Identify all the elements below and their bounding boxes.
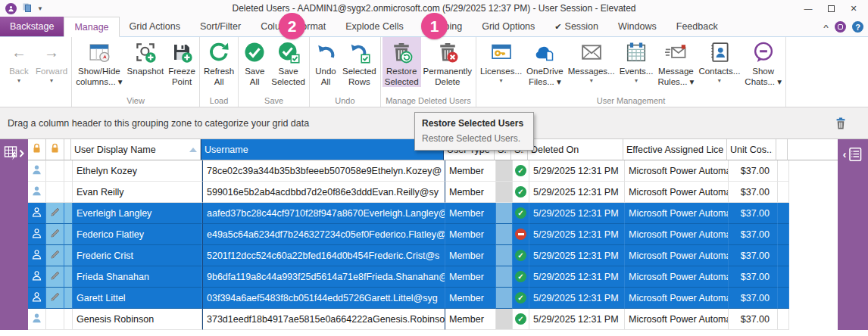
message-rules--button[interactable]: MessageRules... ▾	[655, 37, 696, 87]
forward-button[interactable]: →Forward▾	[33, 37, 70, 84]
cell-unit-cost[interactable]: $37.00	[729, 203, 778, 224]
table-row[interactable]: Evan Reilly599016e5b2ab4acdbbd7d2e0f86e3…	[28, 182, 838, 203]
cell-user-type[interactable]: Member	[445, 224, 496, 245]
cell-user-type[interactable]: Member	[445, 245, 496, 266]
licenses--button[interactable]: Licenses...▾	[478, 37, 524, 84]
tab-sort-filter[interactable]: Sort/Filter	[190, 17, 251, 36]
table-row[interactable]: Everleigh Langleyaafed37bc28c44cf9710f28…	[28, 203, 838, 224]
cell-row-icon[interactable]	[28, 266, 46, 288]
grid-tools-panel[interactable]	[0, 139, 28, 330]
cell-s1[interactable]	[496, 309, 513, 330]
cell-row-icon[interactable]	[28, 182, 46, 203]
table-row[interactable]: Frieda Shanahan9b6dfa119a8c44a993f25d561…	[28, 266, 838, 288]
cell-s1[interactable]	[496, 288, 513, 309]
cell-unit-cost[interactable]: $37.00	[729, 309, 778, 330]
cell-s2[interactable]: ✓	[513, 288, 529, 309]
cell-username[interactable]: 5201f12dcc524c60a22bfed164d0b454Frederic…	[202, 245, 445, 266]
cell-username[interactable]: e49a5c64a6234df7b246327234c05ef0Federico…	[202, 224, 445, 245]
pencil-icon[interactable]	[49, 248, 61, 263]
cell-user-type[interactable]: Member	[445, 266, 496, 288]
cell-s1[interactable]	[496, 160, 513, 182]
cell-ext[interactable]	[789, 266, 838, 288]
cell-display-name[interactable]: Frieda Shanahan	[73, 266, 202, 288]
pencil-icon[interactable]	[49, 227, 61, 241]
cell-display-name[interactable]: Frederic Crist	[73, 245, 202, 266]
column-header-sliver[interactable]: :	[64, 139, 71, 160]
cell-s2[interactable]: ✓	[513, 245, 529, 266]
cell-row-icon[interactable]	[28, 288, 46, 309]
cell-display-name[interactable]: Everleigh Langley	[73, 203, 202, 224]
column-header-license[interactable]: Effective Assigned Licen...	[623, 139, 727, 160]
cell-deleted-on[interactable]: 5/29/2025 12:31 PM	[529, 288, 625, 309]
pencil-icon[interactable]	[49, 206, 61, 220]
maximize-button[interactable]	[820, 1, 842, 16]
cell-row-icon[interactable]	[28, 245, 46, 266]
back-button[interactable]: ←Back▾	[5, 37, 33, 84]
cell-unit-cost[interactable]: $37.00	[729, 160, 778, 182]
cell-unit-cost[interactable]: $37.00	[729, 266, 778, 288]
panel-expand-chevron-icon[interactable]: ‹	[843, 148, 847, 160]
cell-row-icon[interactable]	[28, 160, 46, 182]
column-header-username[interactable]: Username	[201, 139, 444, 160]
cell-s2[interactable]: ✓	[513, 266, 529, 288]
cell-display-name[interactable]: Evan Reilly	[73, 182, 202, 203]
cell-ext[interactable]	[789, 224, 838, 245]
cell-deleted-on[interactable]: 5/29/2025 12:31 PM	[529, 224, 625, 245]
tab-windows[interactable]: Windows	[608, 17, 667, 36]
cell-sliver[interactable]	[64, 160, 73, 182]
cell-s2[interactable]	[513, 224, 529, 245]
cell-deleted-on[interactable]: 5/29/2025 12:31 PM	[529, 182, 625, 203]
cell-sliver[interactable]	[64, 245, 73, 266]
table-row[interactable]: Garett Littel03f394a6aef5483f8cb051f44ed…	[28, 288, 838, 309]
cell-row-edit[interactable]	[46, 288, 64, 309]
cell-s2[interactable]: ✓	[513, 182, 529, 203]
cell-license[interactable]: Microsoft Power Automat	[625, 309, 729, 330]
column-header-unit-cost[interactable]: Unit Cos...	[727, 139, 776, 160]
cell-sliver[interactable]	[64, 266, 73, 288]
cell-username[interactable]: 78ce02c39a344b35b3bfeeeb507058e9Ethelyn.…	[202, 160, 445, 182]
cell-s1[interactable]	[496, 203, 513, 224]
column-header-row-edit[interactable]	[46, 139, 64, 160]
snapshot-button[interactable]: Snapshot	[125, 37, 167, 77]
cell-display-name[interactable]: Ethelyn Kozey	[73, 160, 202, 182]
cell-deleted-on[interactable]: 5/29/2025 12:31 PM	[529, 203, 625, 224]
app-logo-icon[interactable]	[5, 3, 17, 14]
cell-license[interactable]: Microsoft Power Automat	[625, 288, 729, 309]
cell-user-type[interactable]: Member	[445, 160, 496, 182]
cell-unit-cost[interactable]: $37.00	[729, 288, 778, 309]
selected-rows-button[interactable]: SelectedRows	[340, 37, 379, 87]
cell-username[interactable]: 9b6dfa119a8c44a993f25d5614a71e8fFrieda.S…	[202, 266, 445, 288]
column-header-ext[interactable]	[788, 139, 838, 160]
pencil-icon[interactable]	[49, 269, 61, 284]
cell-s1[interactable]	[496, 182, 513, 203]
column-header-filler[interactable]	[776, 139, 788, 160]
column-header-deleted-on[interactable]: Deleted On	[528, 139, 623, 160]
permanently-delete-button[interactable]: PermanentlyDelete	[421, 37, 475, 87]
cell-filler[interactable]	[778, 288, 789, 309]
cell-display-name[interactable]: Garett Littel	[73, 288, 202, 309]
cell-user-type[interactable]: Member	[445, 182, 496, 203]
cell-license[interactable]: Microsoft Power Automat	[625, 266, 729, 288]
cell-sliver[interactable]	[64, 203, 73, 224]
cell-filler[interactable]	[778, 266, 789, 288]
tab-backstage[interactable]: Backstage	[0, 17, 64, 36]
cell-deleted-on[interactable]: 5/29/2025 12:31 PM	[529, 160, 625, 182]
help-icon[interactable]: ?	[852, 21, 863, 33]
cell-user-type[interactable]: Member	[445, 288, 496, 309]
cell-deleted-on[interactable]: 5/29/2025 12:31 PM	[529, 309, 625, 330]
cell-ext[interactable]	[789, 182, 838, 203]
contacts--button[interactable]: Contacts...▾	[696, 37, 742, 84]
cell-unit-cost[interactable]: $37.00	[729, 245, 778, 266]
cell-s2[interactable]: ✓	[513, 309, 529, 330]
cell-row-edit[interactable]	[46, 224, 64, 245]
cell-license[interactable]: Microsoft Power Automat	[625, 245, 729, 266]
cell-row-edit[interactable]	[46, 203, 64, 224]
cell-row-edit[interactable]	[46, 309, 64, 330]
cell-ext[interactable]	[789, 288, 838, 309]
save-selected-button[interactable]: SaveSelected	[269, 37, 308, 87]
cell-row-icon[interactable]	[28, 224, 46, 245]
tab-explode-cells[interactable]: Explode Cells	[336, 17, 413, 36]
cell-unit-cost[interactable]: $37.00	[729, 224, 778, 245]
cell-row-icon[interactable]	[28, 309, 46, 330]
cell-ext[interactable]	[789, 309, 838, 330]
